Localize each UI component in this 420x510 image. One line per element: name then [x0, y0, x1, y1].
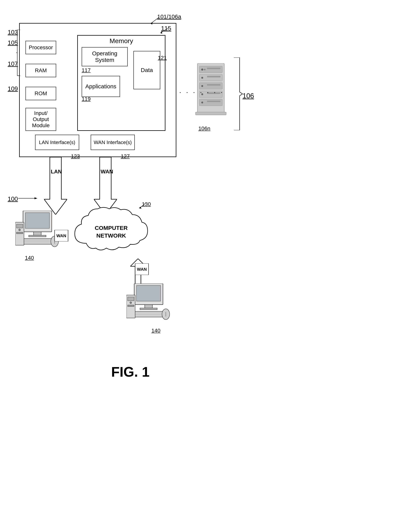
io-box: Input/ Output Module [25, 108, 56, 131]
memory-label: Memory [110, 37, 133, 45]
wan-interface-label: WAN Interface(s) [94, 140, 132, 145]
svg-marker-5 [44, 157, 67, 214]
svg-rect-12 [29, 235, 46, 237]
svg-rect-56 [207, 68, 220, 69]
ref-109: 109 [8, 85, 18, 92]
svg-marker-3 [160, 31, 162, 34]
svg-rect-57 [207, 76, 220, 77]
svg-marker-1 [150, 22, 153, 24]
ref-127: 127 [121, 153, 130, 159]
memory-box: Memory Operating System Applications Dat… [77, 35, 165, 131]
ref-140b: 140 [151, 328, 160, 334]
svg-line-26 [140, 203, 146, 208]
os-label: Operating System [82, 50, 127, 63]
server-brace [232, 58, 243, 130]
ref-101-arrow [146, 15, 161, 25]
ref-130-arrow [138, 202, 148, 210]
svg-rect-21 [16, 232, 23, 234]
svg-rect-10 [25, 213, 49, 228]
ref-106: 106 [242, 92, 254, 100]
os-box: Operating System [82, 47, 128, 66]
svg-rect-11 [34, 232, 41, 236]
ram-box: RAM [25, 64, 56, 77]
svg-point-42 [130, 302, 132, 304]
diagram: Memory Operating System Applications Dat… [0, 0, 420, 510]
svg-marker-8 [35, 197, 38, 199]
rom-label: ROM [35, 90, 47, 96]
wan-text-1: WAN [101, 169, 113, 175]
applications-box: Applications [82, 76, 120, 97]
svg-rect-41 [128, 297, 134, 301]
svg-point-20 [19, 229, 21, 231]
svg-rect-32 [136, 285, 161, 301]
svg-rect-60 [207, 101, 220, 102]
io-label: Input/ Output Module [32, 110, 50, 129]
wan-zigzag-right: WAN [134, 263, 150, 275]
wan-interface-box: WAN Interface(s) [91, 135, 135, 150]
lan-interface-box: LAN Interface(s) [35, 135, 79, 150]
fig-label: FIG. 1 [111, 364, 150, 380]
rom-box: ROM [25, 87, 56, 100]
ref-100-arrow [18, 196, 38, 200]
dots-line: · · · · · · · [179, 88, 224, 96]
svg-text:NETWORK: NETWORK [97, 232, 126, 239]
processor-label: Processor [29, 44, 53, 51]
svg-rect-58 [207, 84, 220, 86]
applications-label: Applications [85, 83, 116, 90]
ref-100: 100 [8, 195, 18, 202]
svg-point-50 [201, 69, 203, 71]
svg-point-55 [201, 102, 203, 103]
svg-rect-19 [16, 224, 23, 228]
computer-right [127, 284, 174, 326]
ref-123: 123 [71, 153, 80, 159]
ref-121: 121 [158, 55, 167, 61]
data-label: Data [141, 67, 153, 73]
ref-115-arrow [159, 27, 171, 35]
data-box: Data [133, 51, 160, 89]
svg-text:WAN: WAN [137, 267, 147, 272]
ref-106n: 106n [198, 126, 210, 132]
wan-zigzag-left: WAN [54, 230, 69, 241]
svg-line-2 [161, 28, 169, 33]
main-device-box: Memory Operating System Applications Dat… [19, 23, 176, 157]
svg-rect-33 [145, 305, 152, 309]
svg-rect-43 [128, 305, 134, 307]
processor-box: Processor [25, 41, 56, 54]
svg-text:WAN: WAN [56, 233, 66, 238]
ref-117: 117 [82, 67, 91, 73]
svg-point-52 [201, 77, 203, 79]
svg-rect-34 [140, 308, 157, 310]
svg-point-51 [204, 69, 205, 70]
ref-107: 107 [8, 60, 18, 67]
svg-point-53 [201, 85, 203, 87]
ref-119: 119 [82, 96, 91, 102]
ram-label: RAM [35, 67, 47, 74]
ref-105: 105 [8, 39, 18, 46]
svg-rect-61 [195, 112, 226, 115]
svg-line-0 [151, 17, 159, 23]
lan-arrow [44, 157, 67, 214]
lan-interface-label: LAN Interface(s) [39, 140, 75, 145]
svg-text:COMPUTER: COMPUTER [95, 225, 128, 231]
ref-140a: 140 [25, 255, 34, 261]
lan-text: LAN [51, 169, 62, 175]
cloud-shape: COMPUTER NETWORK [71, 205, 151, 259]
